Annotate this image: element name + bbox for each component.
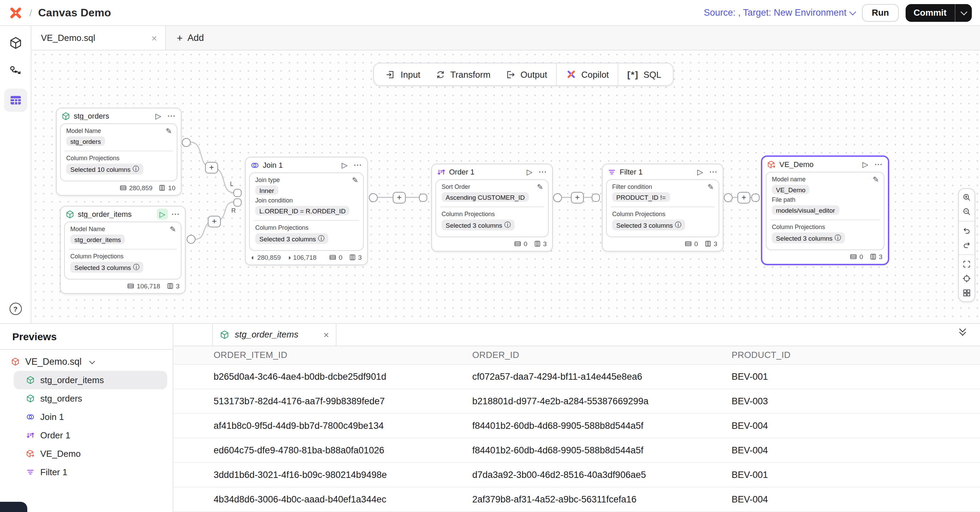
input-port-join-left[interactable] xyxy=(234,189,242,197)
field-value-pill[interactable]: Selected 3 columnsⓘ xyxy=(442,220,515,230)
play-icon[interactable]: ▷ xyxy=(157,209,168,220)
add-step-button[interactable]: + xyxy=(571,192,584,203)
canvas-node-stg_orders[interactable]: stg_orders▷⋯✎Model Namestg_ordersColumn … xyxy=(56,108,181,196)
info-icon[interactable]: ⓘ xyxy=(132,165,139,173)
edit-icon[interactable]: ✎ xyxy=(708,183,714,192)
info-icon[interactable]: ⓘ xyxy=(318,234,325,243)
close-icon[interactable]: × xyxy=(151,32,157,43)
add-step-button[interactable]: + xyxy=(737,192,750,203)
toolbar-transform-button[interactable]: Transform xyxy=(428,63,498,85)
column-header[interactable]: ORDER_ITEM_ID xyxy=(213,350,472,360)
commit-menu-button[interactable] xyxy=(955,4,972,21)
add-tab-button[interactable]: + Add xyxy=(166,26,215,50)
rail-models-button[interactable] xyxy=(4,32,27,54)
play-icon[interactable]: ▷ xyxy=(860,159,871,170)
info-icon[interactable]: ⓘ xyxy=(133,263,140,272)
canvas[interactable]: L R + + + + + Input xyxy=(32,51,980,323)
table-row[interactable]: af41b8c0-9f5d-44d9-bb7d-7800c49be134f844… xyxy=(173,414,980,438)
output-port-stg-orders[interactable] xyxy=(182,138,191,147)
field-value-pill[interactable]: VE_Demo xyxy=(772,185,810,194)
table-row[interactable]: 4b34d8d6-3006-4b0c-aaad-b40ef1a344ec2af3… xyxy=(173,487,980,512)
tab-ve-demo-sql[interactable]: VE_Demo.sql × xyxy=(32,26,166,50)
play-icon[interactable]: ▷ xyxy=(153,111,164,121)
more-icon[interactable]: ⋯ xyxy=(167,111,176,120)
input-port-join-right[interactable] xyxy=(234,198,242,206)
field-value-pill[interactable]: L.ORDER_ID = R.ORDER_ID xyxy=(255,206,350,216)
column-header[interactable]: ORDER_ID xyxy=(472,350,732,360)
more-icon[interactable]: ⋯ xyxy=(709,167,718,177)
zoom-out-button[interactable] xyxy=(962,206,972,217)
toolbar-sql-button[interactable]: [*] SQL xyxy=(620,63,668,85)
field-value-pill[interactable]: Ascending CUSTOMER_ID xyxy=(442,192,529,202)
redo-button[interactable] xyxy=(962,240,972,250)
add-step-button[interactable]: + xyxy=(393,192,406,203)
locate-button[interactable] xyxy=(962,273,972,284)
input-port-order[interactable] xyxy=(419,193,427,201)
play-icon[interactable]: ▷ xyxy=(339,160,350,170)
close-icon[interactable]: × xyxy=(323,329,329,340)
tree-item-stg-orders[interactable]: stg_orders xyxy=(14,389,167,408)
rail-lineage-button[interactable] xyxy=(4,60,27,83)
add-step-button[interactable]: + xyxy=(205,162,218,173)
help-button[interactable]: ? xyxy=(9,303,22,315)
tree-item-ve-demo[interactable]: VE_Demo xyxy=(14,444,167,463)
tree-item-join-1[interactable]: Join 1 xyxy=(14,408,167,426)
toolbar-input-button[interactable]: Input xyxy=(378,63,428,85)
field-value-pill[interactable]: Selected 3 columnsⓘ xyxy=(255,233,329,244)
play-icon[interactable]: ▷ xyxy=(524,166,535,177)
canvas-node-ve_demo[interactable]: VE_Demo▷⋯✎Model nameVE_DemoFile pathmode… xyxy=(761,155,889,265)
dbt-logo-icon[interactable] xyxy=(8,5,23,20)
corner-widget[interactable] xyxy=(0,502,27,512)
output-port-order[interactable] xyxy=(553,193,562,202)
edit-icon[interactable]: ✎ xyxy=(352,176,358,185)
more-icon[interactable]: ⋯ xyxy=(353,160,363,170)
info-icon[interactable]: ⓘ xyxy=(675,220,681,230)
edit-icon[interactable]: ✎ xyxy=(170,225,176,234)
table-row[interactable]: ed604c75-dfe9-4780-81ba-b88a0fa01026f844… xyxy=(173,438,980,463)
table-row[interactable]: 513173b7-82d4-4176-aa7f-99b8389fede7b218… xyxy=(173,389,980,414)
table-row[interactable]: 3ddd1b6d-3021-4f16-b09c-980214b9498ed7da… xyxy=(173,463,980,487)
overview-button[interactable] xyxy=(962,288,972,298)
toolbar-output-button[interactable]: Output xyxy=(498,63,555,85)
info-icon[interactable]: ⓘ xyxy=(504,220,511,230)
tree-item-ve-demo-sql[interactable]: VE_Demo.sql xyxy=(7,352,167,371)
output-port-stg-order-items[interactable] xyxy=(187,235,196,244)
canvas-node-join_1[interactable]: Join 1▷⋯✎Join typeInnerJoin conditionL.O… xyxy=(245,157,368,265)
output-port-filter[interactable] xyxy=(724,193,733,202)
edit-icon[interactable]: ✎ xyxy=(873,175,879,184)
environment-switcher[interactable]: Source: , Target: New Environment xyxy=(703,8,855,18)
play-icon[interactable]: ▷ xyxy=(695,166,706,177)
column-header[interactable]: PRODUCT_ID xyxy=(732,350,980,360)
field-value-pill[interactable]: Selected 3 columnsⓘ xyxy=(70,262,144,273)
canvas-node-stg_order_items[interactable]: stg_order_items▷⋯✎Model Namestg_order_it… xyxy=(60,206,186,294)
canvas-node-filter_1[interactable]: Filter 1▷⋯✎Filter conditionPRODUCT_ID !=… xyxy=(602,163,724,252)
more-icon[interactable]: ⋯ xyxy=(171,209,180,219)
canvas-node-order_1[interactable]: Order 1▷⋯✎Sort OrderAscending CUSTOMER_I… xyxy=(431,163,553,252)
run-button[interactable]: Run xyxy=(862,4,899,21)
undo-button[interactable] xyxy=(962,226,972,236)
field-value-pill[interactable]: Selected 3 columnsⓘ xyxy=(612,220,686,230)
more-icon[interactable]: ⋯ xyxy=(874,160,883,169)
tree-item-filter-1[interactable]: Filter 1 xyxy=(14,463,167,481)
field-value-pill[interactable]: Selected 10 columnsⓘ xyxy=(66,163,143,174)
edit-icon[interactable]: ✎ xyxy=(537,183,543,192)
edit-icon[interactable]: ✎ xyxy=(166,127,172,136)
more-icon[interactable]: ⋯ xyxy=(538,167,547,177)
field-value-pill[interactable]: Inner xyxy=(255,185,278,195)
toolbar-copilot-button[interactable]: Copilot xyxy=(558,63,616,85)
add-step-button[interactable]: + xyxy=(208,216,221,227)
collapse-panel-button[interactable] xyxy=(960,328,965,335)
field-value-pill[interactable]: stg_order_items xyxy=(70,235,125,244)
tree-item-stg-order-items[interactable]: stg_order_items xyxy=(14,371,167,389)
field-value-pill[interactable]: Selected 3 columnsⓘ xyxy=(772,233,845,243)
tree-item-order-1[interactable]: Order 1 xyxy=(14,426,167,444)
field-value-pill[interactable]: models/visual_editor xyxy=(772,205,839,215)
zoom-in-button[interactable] xyxy=(962,192,972,203)
fit-view-button[interactable] xyxy=(962,259,972,269)
field-value-pill[interactable]: PRODUCT_ID != xyxy=(612,192,670,202)
preview-tab-stg-order-items[interactable]: stg_order_items × xyxy=(212,324,336,346)
field-value-pill[interactable]: stg_orders xyxy=(66,136,105,146)
info-icon[interactable]: ⓘ xyxy=(835,233,841,243)
commit-button[interactable]: Commit xyxy=(905,4,955,21)
output-port-join[interactable] xyxy=(369,193,378,202)
